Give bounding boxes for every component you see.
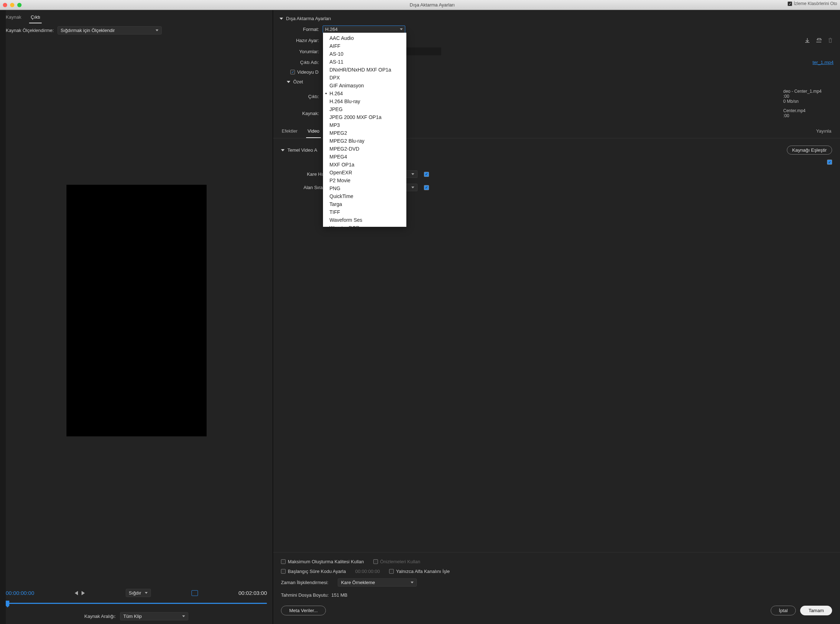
output-name-link[interactable]: ter_1.mp4 xyxy=(812,60,834,65)
format-option[interactable]: AS-10 xyxy=(323,50,406,58)
tab-effects[interactable]: Efektler xyxy=(280,127,299,138)
format-option[interactable]: DNxHR/DNxHD MXF OP1a xyxy=(323,66,406,74)
step-controls xyxy=(75,591,85,595)
metadata-button[interactable]: Meta Veriler... xyxy=(281,605,326,615)
format-option[interactable]: TIFF xyxy=(323,208,406,216)
format-option[interactable]: H.264 Blu-ray xyxy=(323,97,406,105)
tab-video[interactable]: Video xyxy=(306,127,321,138)
timecode-in[interactable]: 00:00:00:00 xyxy=(6,590,34,596)
format-option[interactable]: MPEG2 Blu-ray xyxy=(323,137,406,145)
format-option[interactable]: PNG xyxy=(323,184,406,192)
format-select[interactable]: H.264 AAC AudioAIFFAS-10AS-11DNxHR/DNxHD… xyxy=(323,26,405,33)
format-option[interactable]: JPEG 2000 MXF OP1a xyxy=(323,113,406,121)
chevron-down-icon xyxy=(287,81,290,83)
format-option[interactable]: MPEG4 xyxy=(323,153,406,161)
estimate-value: 151 MB xyxy=(331,592,347,598)
transport-bar: 00:00:00:00 Sığdır 00:02:03:00 xyxy=(0,584,273,609)
watch-folders-checkbox[interactable] xyxy=(788,2,792,6)
timecode-out: 00:02:03:00 xyxy=(239,590,267,596)
format-option[interactable]: OpenEXR xyxy=(323,168,406,176)
import-preset-icon[interactable] xyxy=(815,37,822,43)
start-timecode-checkbox[interactable]: Başlangıç Süre Kodu Ayarla xyxy=(281,568,346,574)
estimate-label: Tahmini Dosya Boyutu: xyxy=(281,592,329,598)
preview-frame xyxy=(66,185,207,436)
format-option[interactable]: AIFF xyxy=(323,42,406,50)
export-settings-section[interactable]: Dışa Aktarma Ayarları xyxy=(279,14,834,23)
format-label: Format: xyxy=(287,26,319,32)
range-label: Kaynak Aralığı: xyxy=(85,613,116,619)
zoom-fit-select[interactable]: Sığdır xyxy=(126,589,151,597)
format-option[interactable]: AS-11 xyxy=(323,58,406,66)
max-quality-checkbox[interactable]: Maksimum Oluşturma Kalitesi Kullan xyxy=(281,559,364,564)
chevron-down-icon xyxy=(411,582,413,583)
preset-label: Hazır Ayar: xyxy=(287,38,319,43)
zoom-icon[interactable] xyxy=(17,3,22,7)
titlebar: Dışa Aktarma Ayarları İzleme Klasörlerin… xyxy=(0,0,840,10)
preview-tabs: Kaynak Çıktı xyxy=(0,10,273,23)
ok-button[interactable]: Tamam xyxy=(800,605,832,615)
chevron-down-icon xyxy=(412,187,414,188)
timeline-slider[interactable] xyxy=(6,600,267,606)
range-select[interactable]: Tüm Klip xyxy=(120,612,188,620)
preview-pane: Kaynak Çıktı Kaynak Ölçeklendirme: Sığdı… xyxy=(0,10,273,624)
chevron-down-icon xyxy=(412,173,414,175)
cancel-button[interactable]: İptal xyxy=(771,605,796,615)
minimize-icon[interactable] xyxy=(10,3,14,7)
use-previews-checkbox: Önizlemeleri Kullan xyxy=(373,559,420,564)
format-option[interactable]: QuickTime xyxy=(323,192,406,200)
summary-source-label: Kaynak: xyxy=(287,111,319,116)
window-title: Dışa Aktarma Ayarları xyxy=(27,2,837,8)
format-option[interactable]: H.264 xyxy=(323,90,406,97)
framerate-label: Kare Hızı: xyxy=(281,171,328,177)
format-option[interactable]: MPEG2-DVD xyxy=(323,145,406,153)
link-checkbox[interactable] xyxy=(827,160,832,165)
match-source-button[interactable]: Kaynağı Eşleştir xyxy=(787,145,832,154)
format-option[interactable]: Waveform Ses xyxy=(323,216,406,224)
tab-source[interactable]: Kaynak xyxy=(4,12,23,23)
tab-publish[interactable]: Yayınla xyxy=(815,127,833,138)
format-dropdown: AAC AudioAIFFAS-10AS-11DNxHR/DNxHD MXF O… xyxy=(323,33,406,227)
save-preset-icon[interactable] xyxy=(804,37,811,43)
left-dock-edge xyxy=(0,10,6,624)
chevron-down-icon xyxy=(279,18,283,20)
chevron-down-icon xyxy=(182,615,185,617)
format-option[interactable]: Wraptor DCP xyxy=(323,224,406,232)
format-option[interactable]: MXF OP1a xyxy=(323,161,406,168)
format-option[interactable]: P2 Movie xyxy=(323,176,406,184)
link-checkbox[interactable] xyxy=(424,172,429,177)
step-forward-icon[interactable] xyxy=(82,591,85,595)
format-option[interactable]: AAC Audio xyxy=(323,34,406,42)
dialog-footer: Maksimum Oluşturma Kalitesi Kullan Önizl… xyxy=(273,552,840,624)
window-controls xyxy=(3,3,22,7)
format-option[interactable]: JPEG xyxy=(323,105,406,113)
trash-icon[interactable] xyxy=(827,37,834,43)
playhead[interactable] xyxy=(6,601,9,605)
video-preview xyxy=(0,37,273,584)
tab-output[interactable]: Çıktı xyxy=(29,12,42,23)
format-option[interactable]: MPEG2 xyxy=(323,129,406,137)
time-interp-label: Zaman İlişkilendirmesi: xyxy=(281,580,328,585)
chevron-down-icon xyxy=(400,28,403,30)
format-option[interactable]: GIF Animasyon xyxy=(323,82,406,90)
comments-label: Yorumlar: xyxy=(287,49,319,54)
format-option[interactable]: MP3 xyxy=(323,121,406,129)
crop-icon[interactable] xyxy=(191,590,198,596)
link-checkbox[interactable] xyxy=(424,185,429,190)
chevron-down-icon xyxy=(156,29,159,31)
format-option[interactable]: Targa xyxy=(323,200,406,208)
summary-output-label: Çıktı: xyxy=(287,94,319,99)
settings-pane: Dışa Aktarma Ayarları Format: H.264 AAC … xyxy=(273,10,840,624)
format-option[interactable]: DPX xyxy=(323,74,406,82)
close-icon[interactable] xyxy=(3,3,7,7)
step-back-icon[interactable] xyxy=(75,591,78,595)
bg-watch-folders: İzleme Klasörlerini Oto xyxy=(788,1,837,6)
time-interp-select[interactable]: Kare Örnekleme xyxy=(338,578,417,587)
scaling-select[interactable]: Sığdırmak için Ölçeklendir xyxy=(57,26,162,34)
scaling-label: Kaynak Ölçeklendirme: xyxy=(6,28,54,33)
field-order-label: Alan Sırası: xyxy=(281,185,328,190)
start-timecode-value: 00:00:00:00 xyxy=(355,568,380,574)
export-video-checkbox[interactable]: Videoyu D xyxy=(290,70,319,75)
alpha-only-checkbox[interactable]: Yalnızca Alfa Kanalını İşle xyxy=(389,568,450,574)
chevron-down-icon xyxy=(145,592,148,594)
output-name-label: Çıktı Adı: xyxy=(287,60,319,65)
